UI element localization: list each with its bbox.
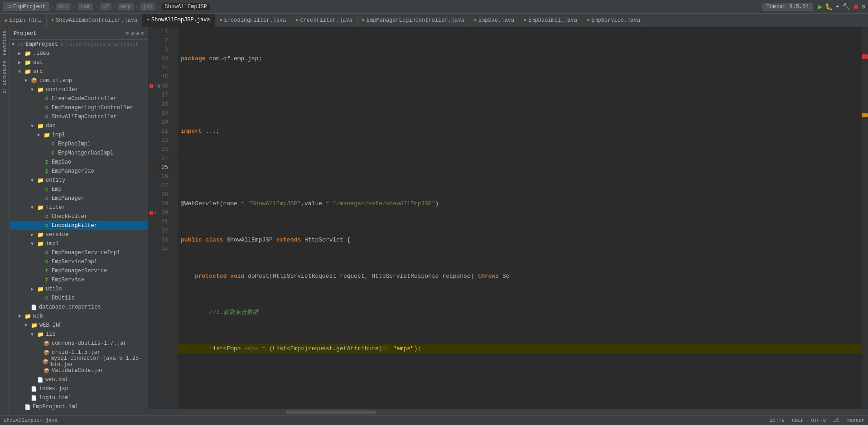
empproject-icon: 🗂 (18, 41, 24, 48)
project-tab[interactable]: 🗂 EmpProject (3, 2, 49, 11)
tree-item-controller[interactable]: ▼ 📁 controller (10, 85, 148, 94)
tree-item-empmanagerdao[interactable]: I EmpManagerDao (10, 167, 148, 176)
tree-item-empproject[interactable]: ▼ 🗂 EmpProject D:\IdeaProjects\EmpProjec… (10, 40, 148, 49)
line-num-19: 19 (148, 109, 171, 118)
breadcrumb-src[interactable]: src (56, 3, 72, 10)
stop-icon[interactable]: ⏹ (853, 3, 859, 10)
tree-item-idea[interactable]: ▶ 📁 .idea (10, 49, 148, 58)
tab-check-filter[interactable]: ● CheckFilter.java (291, 14, 357, 27)
crlf-status[interactable]: CRLF (792, 418, 804, 423)
coverage-icon[interactable]: ☂ (835, 3, 839, 10)
code-line-15: public class ShowAllEmpJSP extends HttpS… (178, 236, 862, 245)
tree-item-webxml[interactable]: 📄 web.xml (10, 375, 148, 384)
tab-login-html[interactable]: ◉ login.html (0, 14, 47, 27)
tree-item-empmanagerservice[interactable]: I EmpManagerService (10, 266, 148, 275)
tree-item-empmanagerserviceimpl[interactable]: C EmpManagerServiceImpl (10, 248, 148, 257)
run-icon[interactable]: ▶ (818, 2, 822, 11)
java-file-icon-empmanagerserviceimpl: C (43, 250, 50, 256)
breakpoint-icon-16[interactable] (149, 84, 154, 88)
tree-item-empservice[interactable]: I EmpService (10, 275, 148, 285)
breakpoint-icon-30[interactable] (149, 211, 154, 215)
favorites-icon[interactable]: Favorites (2, 31, 7, 55)
tree-item-showallempcontroller[interactable]: C ShowAllEmpController (10, 112, 148, 121)
tree-item-service[interactable]: ▶ 📁 service (10, 230, 148, 239)
java-file-icon-showallcontroller: C (43, 114, 50, 120)
structure-icon[interactable]: 2: Structure (2, 61, 7, 93)
tree-item-empserviceimpl[interactable]: C EmpServiceImpl (10, 257, 148, 266)
sync-icon[interactable]: ↺ (130, 30, 134, 37)
tree-item-empmanager[interactable]: C EmpManager (10, 194, 148, 203)
tab-show-all-jsp[interactable]: ● ShowAllEmpJSP.java (142, 14, 215, 27)
tab-emp-manager-login[interactable]: ● EmpManagerLoginController.java (357, 14, 469, 27)
breadcrumb-emp[interactable]: emp (118, 3, 134, 10)
settings-gear-icon[interactable]: ⚙ (125, 30, 129, 37)
tree-item-com-qf-emp[interactable]: ▼ 📦 com.qf.emp (10, 76, 148, 85)
fold-30[interactable]: − (171, 199, 178, 208)
package-icon: 📦 (31, 77, 38, 84)
tree-item-utils[interactable]: ▶ 📁 utils (10, 285, 148, 294)
line-num-29: 29 (148, 199, 171, 208)
line-num-24: 24 (148, 154, 171, 163)
code-line-2 (178, 91, 862, 100)
tree-item-indexjsp[interactable]: 📄 index.jsp (10, 384, 148, 393)
tree-item-commons-dbutils[interactable]: 📦 commons-dbutils-1.7.jar (10, 339, 148, 348)
tab-show-all-controller[interactable]: ● ShowAllEmpController.java (47, 14, 142, 27)
tree-item-out[interactable]: ▶ 📁 out (10, 58, 148, 67)
tree-item-emp[interactable]: C Emp (10, 185, 148, 194)
code-editor[interactable]: package com.qf.emp.jsp; import ...; @Web… (178, 27, 862, 409)
encoding-status[interactable]: UTF-8 (811, 418, 826, 423)
breadcrumb-class[interactable]: ShowAllEmpJSP (162, 3, 210, 10)
tree-item-dbutils[interactable]: C DbUtils (10, 294, 148, 303)
java-file-icon-empdao: I (43, 159, 50, 165)
horizontal-scrollbar[interactable] (148, 409, 868, 415)
breadcrumb-sep6: › (157, 4, 160, 10)
tree-item-loginhtml[interactable]: 📄 login.html (10, 393, 148, 402)
tree-item-checkfilter[interactable]: C CheckFilter (10, 212, 148, 221)
tree-item-src[interactable]: ▼ 📁 src (10, 67, 148, 76)
tree-item-filter[interactable]: ▼ 📁 filter (10, 203, 148, 212)
breadcrumb-qf[interactable]: qf (100, 3, 111, 10)
fold-33[interactable]: − (171, 227, 178, 236)
tab-encoding-filter[interactable]: ● EncodingFilter.java (215, 14, 291, 27)
tomcat-config[interactable]: Tomcat 8.5.54 (762, 3, 814, 11)
tree-item-empdaoimpl[interactable]: C EmpDaoImpl (10, 140, 148, 149)
fold-16[interactable]: − (171, 82, 178, 91)
line-col-status[interactable]: 25:78 (770, 418, 785, 423)
tree-item-impl2[interactable]: ▼ 📁 impl (10, 239, 148, 248)
tree-item-empmanagerlogin[interactable]: C EmpManagerLoginController (10, 103, 148, 112)
breadcrumb-jsp[interactable]: jsp (140, 3, 155, 10)
fold-28[interactable]: − (171, 181, 178, 190)
git-branch-status[interactable]: master (846, 418, 864, 423)
tree-item-createcode[interactable]: C CreateCodeController (10, 94, 148, 103)
tree-item-dbprops[interactable]: 📄 database.properties (10, 303, 148, 312)
impl2-folder-icon: 📁 (37, 241, 44, 247)
tree-item-empdao[interactable]: I EmpDao (10, 158, 148, 167)
tree-item-web[interactable]: ▼ 📁 web (10, 312, 148, 321)
settings-icon[interactable]: ⚙ (862, 3, 865, 10)
arrow-icon-16: → (154, 84, 157, 88)
build-icon[interactable]: 🔨 (842, 3, 850, 10)
tree-item-webinf[interactable]: ▼ 📁 WEB-INF (10, 321, 148, 330)
debug-icon[interactable]: 🐛 (825, 3, 833, 10)
tree-item-entity[interactable]: ▼ 📁 entity (10, 176, 148, 185)
breadcrumb-com[interactable]: com (78, 3, 93, 10)
expand-icon[interactable]: ⊞ (136, 30, 139, 37)
tree-item-lib[interactable]: ▼ 📁 lib (10, 330, 148, 339)
tree-item-dao[interactable]: ▼ 📁 dao (10, 121, 148, 130)
jar-icon-druid: 📦 (43, 350, 50, 356)
annotation-icon-16: @ (158, 84, 160, 88)
java-file-icon-empmanagerdao: I (43, 169, 50, 174)
file-path-status: ShowAllEmpJSP.java (4, 418, 58, 423)
tab-emp-dao-impl[interactable]: ● EmpDaoImpl.java (519, 14, 582, 27)
tree-item-encodingfilter[interactable]: C EncodingFilter (10, 221, 148, 230)
tab-emp-dao[interactable]: ● EmpDao.java (469, 14, 519, 27)
tree-item-empmanagerdaoimpl[interactable]: C EmpManagerDaoImpl (10, 149, 148, 158)
lib-folder-icon: 📁 (37, 331, 44, 338)
service-folder-icon: 📁 (37, 232, 44, 238)
code-line-14: @WebServlet(name = "ShowAllEmpJSP",value… (178, 199, 862, 208)
close-sidebar-icon[interactable]: ✕ (141, 30, 144, 37)
tab-emp-service[interactable]: ● EmpService.java (582, 14, 645, 27)
tree-item-impl[interactable]: ▼ 📁 impl (10, 130, 148, 140)
tree-item-mysql[interactable]: 📦 mysql-connector-java-5.1.25-bin.jar (10, 357, 148, 366)
tree-item-empiml[interactable]: 📄 EmpProject.iml (10, 402, 148, 411)
